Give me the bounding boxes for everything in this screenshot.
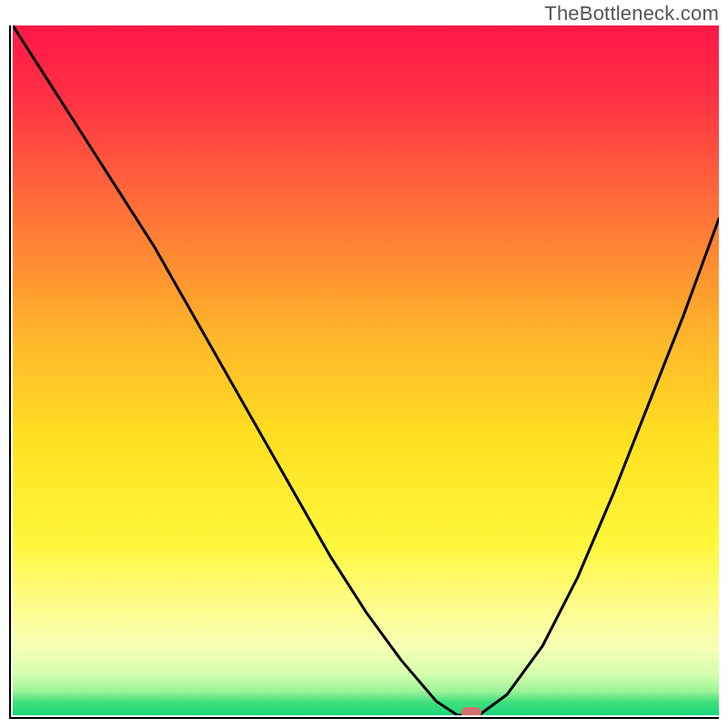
- curve-path: [13, 25, 719, 715]
- plot-inner: [13, 25, 719, 715]
- bottleneck-curve: [13, 25, 719, 715]
- plot-area: [9, 25, 719, 719]
- optimal-point-marker: [461, 707, 481, 715]
- chart-container: TheBottleneck.com: [0, 0, 728, 728]
- watermark-text: TheBottleneck.com: [544, 2, 719, 25]
